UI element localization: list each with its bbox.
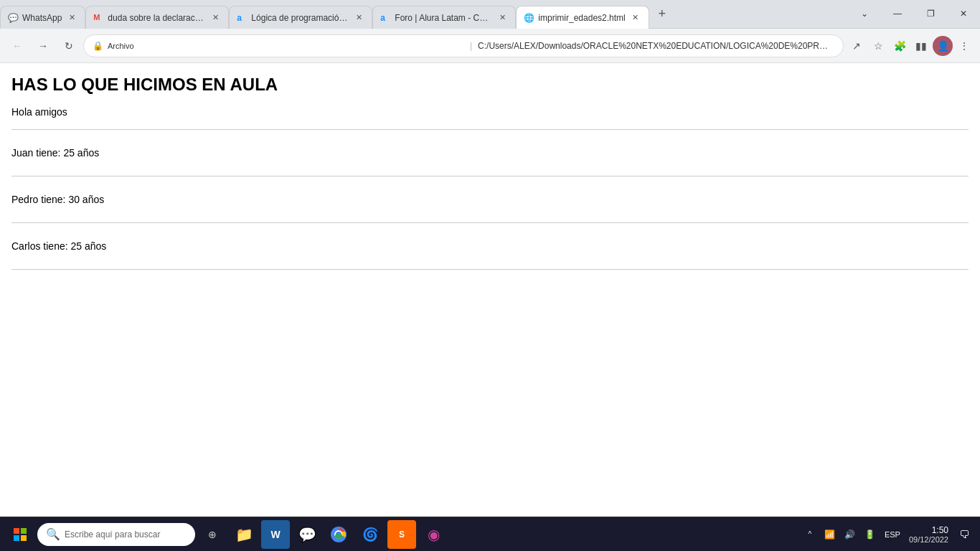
svg-rect-3 xyxy=(21,535,27,541)
gmail-favicon-icon: M xyxy=(93,13,103,23)
alura1-favicon-icon: a xyxy=(237,13,247,23)
taskbar-chrome-icon[interactable] xyxy=(324,520,353,549)
tab-alura2-label: Foro | Alura Latam - Cursos c xyxy=(395,13,492,23)
close-icon: ✕ xyxy=(960,9,967,19)
tab-file-close-icon[interactable]: ✕ xyxy=(630,12,641,24)
sidebar-toggle-icon[interactable]: ▮▮ xyxy=(911,36,931,56)
divider-4 xyxy=(11,269,969,270)
tab-whatsapp-label: WhatsApp xyxy=(22,13,62,23)
window-controls: ⌄ — ❐ ✕ xyxy=(848,0,980,28)
extensions-puzzle-icon[interactable]: 🧩 xyxy=(890,36,910,56)
chevron-down-button[interactable]: ⌄ xyxy=(848,0,881,28)
taskbar-sublime-icon[interactable]: S xyxy=(387,520,416,549)
taskbar-other-icon[interactable]: ◉ xyxy=(419,520,448,549)
system-tray: ^ 📶 🔊 🔋 ESP 1:50 09/12/2022 🗨 xyxy=(801,524,974,545)
forward-button[interactable]: → xyxy=(32,34,55,57)
entry-pedro: Pedro tiene: 30 años xyxy=(11,194,969,205)
file-favicon-icon: 🌐 xyxy=(524,13,534,23)
taskbar-whatsapp-icon[interactable]: 💬 xyxy=(293,520,321,549)
maximize-icon: ❐ xyxy=(927,9,935,19)
notification-button[interactable]: 🗨 xyxy=(954,524,974,545)
taskbar-search-placeholder: Escribe aquí para buscar xyxy=(65,529,160,540)
reload-button[interactable]: ↻ xyxy=(57,34,80,57)
divider-1 xyxy=(11,129,969,130)
address-bar: ← → ↻ 🔒 Archivo | C:/Users/ALEX/Download… xyxy=(0,29,980,63)
tab-alura2[interactable]: a Foro | Alura Latam - Cursos c ✕ xyxy=(372,6,516,29)
bookmark-star-icon[interactable]: ☆ xyxy=(868,36,888,56)
maximize-button[interactable]: ❐ xyxy=(914,0,947,28)
taskbar: 🔍 Escribe aquí para buscar ⊕ 📁 W 💬 🌀 S ◉… xyxy=(0,517,980,551)
tab-bar: 💬 WhatsApp ✕ M duda sobre la declaración… xyxy=(0,0,980,29)
windows-logo-icon xyxy=(14,528,27,541)
share-icon[interactable]: ↗ xyxy=(847,36,867,56)
chevron-down-icon: ⌄ xyxy=(861,9,868,19)
tab-alura1-close-icon[interactable]: ✕ xyxy=(353,12,364,24)
taskbar-search-icon: 🔍 xyxy=(46,527,60,541)
tab-whatsapp-close-icon[interactable]: ✕ xyxy=(66,12,77,24)
tab-alura1[interactable]: a Lógica de programación: Pri ✕ xyxy=(229,6,372,29)
close-button[interactable]: ✕ xyxy=(947,0,980,28)
taskbar-word-icon[interactable]: W xyxy=(261,520,290,549)
tab-gmail[interactable]: M duda sobre la declaración de ✕ xyxy=(85,6,229,29)
tray-wifi-icon[interactable]: 📶 xyxy=(821,526,839,543)
time-date-display[interactable]: 1:50 09/12/2022 xyxy=(906,525,951,544)
page-content: HAS LO QUE HICIMOS EN AULA Hola amigos J… xyxy=(0,63,980,517)
whatsapp-favicon-icon: 💬 xyxy=(8,13,18,23)
entry-juan: Juan tiene: 25 años xyxy=(11,147,969,159)
toolbar-icons: ↗ ☆ 🧩 ▮▮ 👤 ⋮ xyxy=(847,36,974,56)
page-title: HAS LO QUE HICIMOS EN AULA xyxy=(11,75,969,95)
tray-volume-icon[interactable]: 🔊 xyxy=(842,526,859,543)
tab-whatsapp[interactable]: 💬 WhatsApp ✕ xyxy=(0,6,85,29)
alura2-favicon-icon: a xyxy=(380,13,390,23)
back-button[interactable]: ← xyxy=(6,34,29,57)
tab-alura1-label: Lógica de programación: Pri xyxy=(251,13,349,23)
avatar[interactable]: 👤 xyxy=(933,36,953,56)
browser-window: 💬 WhatsApp ✕ M duda sobre la declaración… xyxy=(0,0,980,551)
lock-icon: 🔒 xyxy=(93,41,103,51)
taskbar-edge-icon[interactable]: 🌀 xyxy=(356,520,385,549)
tab-alura2-close-icon[interactable]: ✕ xyxy=(496,12,508,24)
tab-file-label: imprimir_edades2.html xyxy=(538,13,625,23)
url-bar[interactable]: 🔒 Archivo | C:/Users/ALEX/Downloads/ORAC… xyxy=(83,34,844,57)
start-button[interactable] xyxy=(6,520,34,549)
new-tab-button[interactable]: + xyxy=(652,4,672,24)
tray-language-label[interactable]: ESP xyxy=(882,530,903,539)
clock-time: 1:50 xyxy=(909,525,948,535)
svg-rect-1 xyxy=(21,528,27,534)
task-view-button[interactable]: ⊕ xyxy=(198,520,227,549)
tab-gmail-close-icon[interactable]: ✕ xyxy=(209,12,221,24)
url-separator: | xyxy=(470,41,472,51)
greeting-text: Hola amigos xyxy=(11,106,969,118)
tray-battery-icon[interactable]: 🔋 xyxy=(862,526,879,543)
clock-date: 09/12/2022 xyxy=(909,535,948,544)
divider-3 xyxy=(11,222,969,223)
tab-gmail-label: duda sobre la declaración de xyxy=(108,13,205,23)
url-text: C:/Users/ALEX/Downloads/ORACLE%20NETX%20… xyxy=(478,41,834,51)
protocol-label: Archivo xyxy=(108,42,464,50)
minimize-icon: — xyxy=(893,9,902,19)
tray-expand-icon[interactable]: ^ xyxy=(801,526,819,543)
minimize-button[interactable]: — xyxy=(881,0,914,28)
taskbar-search-bar[interactable]: 🔍 Escribe aquí para buscar xyxy=(37,523,195,546)
settings-menu-icon[interactable]: ⋮ xyxy=(954,36,974,56)
tab-file[interactable]: 🌐 imprimir_edades2.html ✕ xyxy=(516,6,649,29)
divider-2 xyxy=(11,176,969,176)
svg-rect-2 xyxy=(14,535,19,541)
svg-rect-0 xyxy=(14,528,19,534)
taskbar-explorer-icon[interactable]: 📁 xyxy=(230,520,258,549)
entry-carlos: Carlos tiene: 25 años xyxy=(11,240,969,252)
